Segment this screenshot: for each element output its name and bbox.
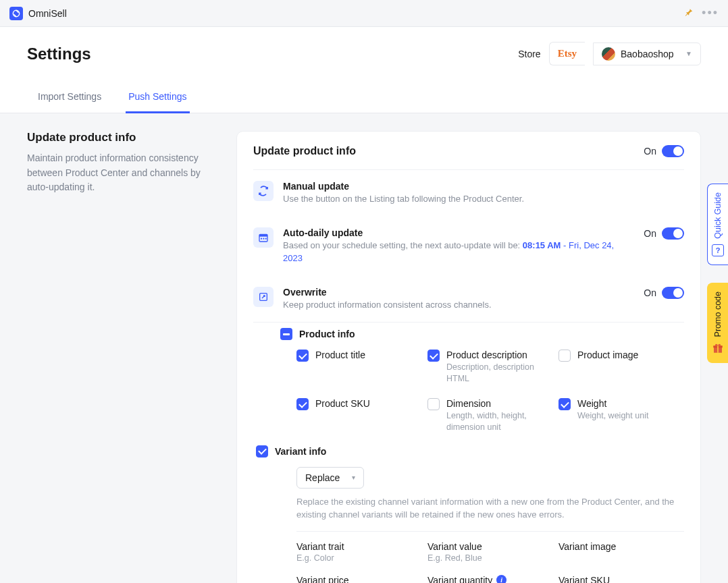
section-title: Update product info: [27, 131, 223, 144]
field-product-title[interactable]: Product title: [296, 350, 422, 385]
variant-sku: Variant SKU: [558, 575, 684, 583]
overwrite-desc: Keep product information consistent acro…: [283, 299, 634, 312]
product-info-group: Product info Product title Product descr…: [253, 328, 684, 433]
field-dimension[interactable]: Dimension Length, width, height, dimensi…: [427, 398, 553, 433]
app-logo-icon: [9, 7, 23, 20]
store-dropdown[interactable]: Baobaoshop ▼: [593, 43, 701, 65]
variant-note: Replace the existing channel variant inf…: [296, 495, 684, 522]
variant-info-label: Variant info: [275, 446, 326, 457]
header: Settings Store Etsy Baobaoshop ▼ Import …: [0, 27, 728, 113]
main-toggle[interactable]: On: [644, 145, 684, 157]
settings-card: Update product info On Manual update Use…: [236, 131, 701, 583]
variant-price: Variant price: [296, 575, 422, 583]
field-product-sku[interactable]: Product SKU: [296, 398, 422, 433]
overwrite-icon: [253, 287, 274, 307]
quick-guide-tab[interactable]: Quick Guide ?: [707, 184, 728, 265]
pin-icon[interactable]: [684, 7, 694, 20]
overwrite-toggle[interactable]: On: [644, 287, 684, 299]
chevron-down-icon: ▾: [352, 474, 355, 481]
auto-toggle[interactable]: On: [644, 227, 684, 240]
section-description: Update product info Maintain product inf…: [27, 131, 223, 583]
store-avatar-icon: [602, 47, 615, 61]
calendar-icon: [253, 227, 274, 248]
tab-push-settings[interactable]: Push Settings: [126, 84, 189, 113]
toggle-switch-icon: [662, 145, 684, 157]
main-toggle-label: On: [644, 146, 656, 157]
checkbox-icon: [558, 350, 571, 362]
checkbox-icon: [558, 398, 571, 410]
variant-image: Variant image: [558, 541, 684, 563]
store-selector: Store Etsy Baobaoshop ▼: [518, 42, 701, 65]
brand: OmniSell: [9, 7, 67, 20]
overwrite-section: Overwrite Keep product information consi…: [253, 276, 684, 323]
tab-import-settings[interactable]: Import Settings: [35, 84, 104, 113]
checkbox-icon: [296, 350, 309, 362]
topbar: OmniSell •••: [0, 0, 728, 27]
overwrite-title: Overwrite: [283, 287, 634, 298]
variant-quantity: Variant quantityi: [427, 575, 553, 583]
auto-update-section: Auto-daily update Based on your schedule…: [253, 217, 684, 276]
field-product-description[interactable]: Product description Description, descrip…: [427, 350, 553, 385]
svg-rect-4: [263, 238, 264, 240]
svg-rect-3: [261, 238, 262, 240]
toggle-switch-icon: [662, 287, 684, 299]
svg-point-11: [718, 344, 721, 347]
help-icon: ?: [712, 244, 724, 256]
next-update-time: 08:15 AM: [523, 240, 561, 250]
platform-badge: Etsy: [549, 42, 585, 65]
manual-update-section: Manual update Use the button on the List…: [253, 170, 684, 217]
variant-info-group: Variant info Replace ▾ Replace the exist…: [253, 445, 684, 583]
svg-point-10: [715, 344, 718, 347]
svg-point-0: [13, 10, 19, 16]
variant-trait: Variant trait E.g. Color: [296, 541, 422, 563]
field-weight[interactable]: Weight Weight, weight unit: [558, 398, 684, 433]
svg-rect-9: [717, 346, 719, 354]
checkbox-icon[interactable]: [256, 445, 268, 457]
store-name: Baobaoshop: [621, 49, 674, 59]
app-name: OmniSell: [28, 8, 67, 19]
variant-mode-select[interactable]: Replace ▾: [296, 467, 364, 489]
more-icon[interactable]: •••: [702, 6, 719, 20]
topbar-actions: •••: [684, 6, 719, 20]
indeterminate-checkbox-icon[interactable]: [280, 328, 292, 340]
chevron-down-icon: ▼: [685, 50, 692, 57]
field-product-image[interactable]: Product image: [558, 350, 684, 385]
manual-title: Manual update: [283, 181, 684, 192]
page-title: Settings: [27, 45, 91, 63]
variant-value: Variant value E.g. Red, Blue: [427, 541, 553, 563]
tabs: Import Settings Push Settings: [35, 84, 701, 113]
auto-desc: Based on your schedule setting, the next…: [283, 240, 634, 265]
refresh-icon: [253, 181, 274, 201]
info-icon[interactable]: i: [496, 575, 506, 583]
manual-desc: Use the button on the Listing tab follow…: [283, 193, 684, 206]
auto-title: Auto-daily update: [283, 227, 634, 238]
card-title: Update product info: [253, 145, 356, 157]
store-label: Store: [518, 49, 540, 59]
checkbox-icon: [427, 398, 440, 410]
svg-rect-5: [265, 238, 267, 240]
content: Update product info Maintain product inf…: [0, 113, 728, 583]
promo-code-tab[interactable]: Promo code: [707, 283, 728, 363]
svg-rect-2: [259, 234, 267, 236]
checkbox-icon: [296, 398, 309, 410]
gift-icon: [712, 342, 724, 354]
checkbox-icon: [427, 350, 440, 362]
section-subtitle: Maintain product information consistency…: [27, 151, 223, 195]
toggle-switch-icon: [662, 227, 684, 240]
product-info-label: Product info: [299, 329, 355, 339]
